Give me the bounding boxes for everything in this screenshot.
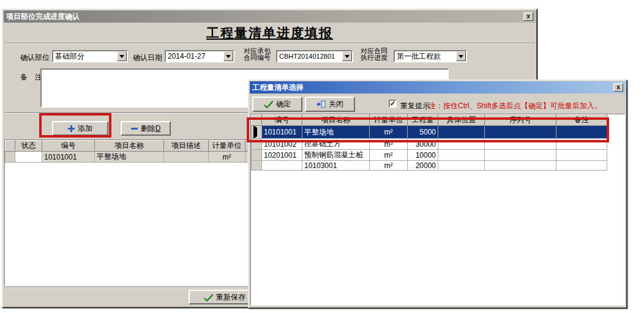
confirm-date-value: 2014-01-27	[166, 52, 223, 61]
minus-icon	[131, 128, 138, 130]
row-indicator-header	[6, 141, 15, 152]
dialog-quantity-select: 工程量清单选择 x 确定 关闭 ✓ 重复提示 注：按住Ctrl、Shift多选后…	[248, 79, 627, 309]
cell-serial[interactable]	[485, 126, 556, 139]
confirm-part-value: 基础部分	[53, 51, 117, 62]
titlebar-quantity-select[interactable]: 工程量清单选择 x	[250, 81, 626, 94]
cell-code[interactable]: 10101001	[42, 152, 95, 163]
cell-code[interactable]: 10201001	[262, 150, 302, 161]
row-indicator	[252, 150, 262, 161]
col-name[interactable]: 项目名称	[302, 115, 370, 126]
cell-unit[interactable]: m²	[370, 150, 408, 161]
cell-code[interactable]: 10101002	[262, 139, 302, 150]
cell-location[interactable]	[438, 161, 485, 171]
chevron-down-icon[interactable]	[223, 51, 233, 61]
cell-remark[interactable]	[556, 126, 607, 139]
cell-name[interactable]: 10103001	[302, 161, 370, 171]
repeat-prompt-label: 重复提示	[400, 101, 430, 111]
cell-name[interactable]: 挖基础土方	[302, 139, 370, 150]
dialog-title: 项目部位完成进度确认	[6, 12, 80, 22]
cell-name[interactable]: 平整场地	[95, 152, 164, 163]
table-row-selected[interactable]: 10101001 平整场地 m² 5000	[252, 126, 607, 139]
cell-qty[interactable]: 20000	[408, 161, 438, 171]
page-title: 工程量清单进度填报	[3, 24, 536, 42]
cell-qty[interactable]: 5000	[408, 126, 438, 139]
cell-remark[interactable]	[556, 150, 607, 161]
col-qty[interactable]: 工程量	[408, 115, 438, 126]
close-button-label: 关闭	[329, 99, 343, 109]
quantity-list: 编号 项目名称 计量单位 工程量 具体位置 序列号 备注 10101001 平整…	[250, 114, 625, 306]
quantity-table: 编号 项目名称 计量单位 工程量 具体位置 序列号 备注 10101001 平整…	[251, 114, 607, 171]
repeat-prompt-checkbox[interactable]: ✓	[389, 100, 397, 108]
exit-door-icon	[316, 100, 326, 108]
table-row[interactable]: 10103001 m² 20000	[252, 161, 607, 171]
table-row[interactable]: 10101002 挖基础土方 m³ 30000	[252, 139, 607, 150]
cell-qty[interactable]: 10000	[408, 150, 438, 161]
cell-remark[interactable]	[556, 161, 607, 171]
cell-unit[interactable]: m²	[370, 161, 408, 171]
ok-button[interactable]: 确定	[252, 97, 302, 112]
contract-no-value: CBHT2014012801	[277, 53, 342, 60]
delete-button[interactable]: 删除D	[121, 121, 171, 136]
col-code[interactable]: 编号	[42, 141, 95, 152]
table-row[interactable]: 10101001 平整场地 m² 5000	[6, 152, 283, 163]
cell-unit[interactable]: m³	[370, 139, 408, 150]
resave-button-label: 重新保存	[216, 292, 245, 303]
ok-button-label: 确定	[276, 99, 291, 109]
divider	[4, 43, 535, 44]
col-name[interactable]: 项目名称	[95, 141, 164, 152]
confirm-part-label: 确认部位	[20, 53, 50, 63]
cell-serial[interactable]	[485, 139, 556, 150]
cell-location[interactable]	[438, 139, 485, 150]
cell-qty[interactable]: 30000	[408, 139, 438, 150]
row-indicator	[252, 161, 262, 171]
delete-button-label: 删除D	[141, 123, 161, 134]
check-icon	[264, 100, 273, 108]
cell-unit[interactable]: m²	[209, 152, 245, 163]
contract-no-select[interactable]: CBHT2014012801	[276, 50, 353, 62]
cell-unit[interactable]: m²	[370, 126, 408, 139]
row-indicator	[6, 152, 15, 163]
close-button[interactable]: 关闭	[305, 97, 355, 112]
contract-progress-value: 第一批工程款	[395, 51, 456, 62]
row-indicator-header	[252, 115, 262, 126]
check-icon	[204, 293, 213, 301]
contract-progress-select[interactable]: 第一批工程款	[394, 50, 467, 62]
chevron-down-icon[interactable]	[342, 51, 352, 61]
add-button-label: 添加	[78, 123, 92, 134]
confirm-part-select[interactable]: 基础部分	[52, 50, 128, 62]
close-icon[interactable]: x	[523, 12, 533, 21]
cell-status[interactable]	[15, 152, 42, 163]
col-serial[interactable]: 序列号	[485, 115, 556, 126]
close-icon[interactable]: x	[613, 83, 623, 92]
confirm-date-select[interactable]: 2014-01-27	[165, 50, 234, 62]
cell-serial[interactable]	[485, 161, 556, 171]
cell-name[interactable]: 平整场地	[302, 126, 370, 139]
remark-label: 备 注	[20, 72, 42, 83]
cell-location[interactable]	[438, 126, 485, 139]
confirm-date-label: 确认日期	[133, 53, 162, 63]
add-button[interactable]: 添加	[52, 121, 108, 136]
col-location[interactable]: 具体位置	[438, 115, 485, 126]
col-status[interactable]: 状态	[15, 141, 42, 152]
cell-remark[interactable]	[556, 139, 607, 150]
row-indicator	[252, 126, 262, 139]
titlebar-progress-confirm[interactable]: 项目部位完成进度确认 x	[4, 10, 536, 23]
cell-name[interactable]: 预制钢筋混凝土桩	[302, 150, 370, 161]
col-remark[interactable]: 备注	[556, 115, 607, 126]
col-unit[interactable]: 计量单位	[209, 141, 245, 152]
plus-icon	[68, 125, 75, 132]
cell-code[interactable]	[262, 161, 302, 171]
checkmark-icon: ✓	[390, 100, 395, 107]
col-unit[interactable]: 计量单位	[370, 115, 408, 126]
cell-location[interactable]	[438, 150, 485, 161]
cell-serial[interactable]	[485, 150, 556, 161]
col-desc[interactable]: 项目描述	[164, 141, 209, 152]
cell-code[interactable]: 10101001	[262, 126, 302, 139]
chevron-down-icon[interactable]	[117, 51, 127, 61]
table-row[interactable]: 10201001 预制钢筋混凝土桩 m² 10000	[252, 150, 607, 161]
progress-items-table: 状态 编号 项目名称 项目描述 计量单位 工程量 10101001 平整场地 m…	[5, 140, 283, 163]
cell-desc[interactable]	[164, 152, 209, 163]
chevron-down-icon[interactable]	[456, 51, 466, 61]
row-indicator	[252, 139, 262, 150]
col-code[interactable]: 编号	[262, 115, 302, 126]
